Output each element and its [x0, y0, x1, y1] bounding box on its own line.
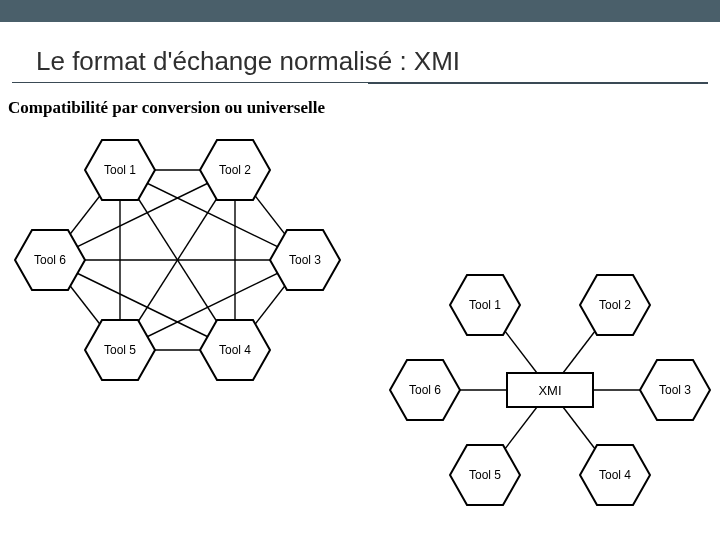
svg-text:Tool 5: Tool 5 — [469, 468, 501, 482]
svg-text:Tool 5: Tool 5 — [104, 343, 136, 357]
svg-text:Tool 3: Tool 3 — [659, 383, 691, 397]
svg-text:Tool 6: Tool 6 — [409, 383, 441, 397]
svg-text:Tool 1: Tool 1 — [469, 298, 501, 312]
svg-text:Tool 2: Tool 2 — [599, 298, 631, 312]
title-underline — [12, 82, 708, 84]
left-node-tool1: Tool 1 — [84, 139, 156, 201]
right-node-tool1: Tool 1 — [449, 274, 521, 336]
left-node-tool4: Tool 4 — [199, 319, 271, 381]
svg-text:Tool 6: Tool 6 — [34, 253, 66, 267]
right-node-tool2: Tool 2 — [579, 274, 651, 336]
left-node-tool5: Tool 5 — [84, 319, 156, 381]
right-node-tool4: Tool 4 — [579, 444, 651, 506]
left-node-tool3: Tool 3 — [269, 229, 341, 291]
right-node-tool6: Tool 6 — [389, 359, 461, 421]
header-accent — [270, 14, 540, 22]
svg-text:Tool 4: Tool 4 — [219, 343, 251, 357]
left-node-tool6: Tool 6 — [14, 229, 86, 291]
right-node-tool3: Tool 3 — [639, 359, 711, 421]
svg-text:Tool 3: Tool 3 — [289, 253, 321, 267]
right-center-xmi: XMI — [506, 372, 594, 408]
svg-text:Tool 4: Tool 4 — [599, 468, 631, 482]
svg-text:Tool 2: Tool 2 — [219, 163, 251, 177]
right-node-tool5: Tool 5 — [449, 444, 521, 506]
diagram-stage: Tool 1 Tool 2 Tool 3 Tool 4 Tool 5 Tool … — [0, 120, 720, 540]
svg-text:Tool 1: Tool 1 — [104, 163, 136, 177]
left-node-tool2: Tool 2 — [199, 139, 271, 201]
slide-title: Le format d'échange normalisé : XMI — [36, 46, 460, 77]
slide-subtitle: Compatibilité par conversion ou universe… — [8, 98, 325, 118]
right-center-label: XMI — [538, 383, 561, 398]
